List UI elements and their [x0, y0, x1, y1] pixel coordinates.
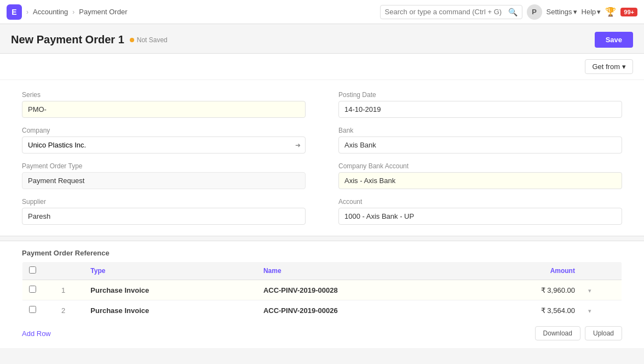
row-checkbox-1[interactable] — [29, 286, 36, 293]
company-bank-account-label: Company Bank Account — [338, 162, 622, 170]
row-dropdown-1[interactable]: ▾ — [582, 280, 622, 300]
form-section: Get from ▾ Series Posting Date Company ➜… — [0, 53, 644, 236]
supplier-label: Supplier — [22, 198, 306, 206]
notification-badge[interactable]: 99+ — [620, 8, 637, 16]
table-header: Type Name Amount — [22, 262, 622, 280]
table-header-amount: Amount — [468, 262, 582, 280]
bank-field: Bank — [338, 127, 622, 153]
breadcrumb-accounting[interactable]: Accounting — [33, 8, 68, 16]
page-title-row: New Payment Order 1 Not Saved — [11, 33, 168, 46]
company-label: Company — [22, 127, 306, 134]
posting-date-label: Posting Date — [338, 91, 622, 99]
table-body: 1 Purchase Invoice ACC-PINV-2019-00028 ₹… — [22, 280, 622, 321]
get-from-button[interactable]: Get from ▾ — [585, 59, 633, 74]
row-checkbox-2[interactable] — [29, 306, 36, 313]
series-label: Series — [22, 91, 306, 99]
trophy-icon: 🏆 — [605, 7, 616, 17]
payment-order-reference-table: Type Name Amount 1 Purchase Invoice ACC-… — [22, 261, 622, 321]
row-name-2: ACC-PINV-2019-00026 — [257, 300, 468, 321]
select-all-checkbox[interactable] — [29, 266, 36, 274]
breadcrumb-payment-order[interactable]: Payment Order — [79, 8, 127, 16]
table-row: 2 Purchase Invoice ACC-PINV-2019-00026 ₹… — [22, 300, 622, 321]
status-badge: Not Saved — [130, 36, 168, 44]
company-bank-account-input[interactable] — [338, 172, 622, 189]
series-field: Series — [22, 91, 306, 118]
row-num-1: 1 — [43, 280, 84, 300]
company-bank-account-field: Company Bank Account — [338, 162, 622, 189]
breadcrumb-chevron-2: › — [72, 8, 74, 16]
payment-order-type-label: Payment Order Type — [22, 162, 306, 170]
get-from-chevron-icon: ▾ — [622, 62, 626, 71]
table-header-num — [43, 262, 84, 280]
download-button[interactable]: Download — [535, 326, 580, 340]
posting-date-input[interactable] — [338, 101, 622, 118]
account-field: Account — [338, 198, 622, 225]
row-num-2: 2 — [43, 300, 84, 321]
row-checkbox-cell — [22, 280, 43, 300]
add-row-button[interactable]: Add Row — [22, 327, 51, 340]
table-header-type: Type — [84, 262, 257, 280]
table-section-title: Payment Order Reference — [0, 241, 644, 261]
table-header-checkbox — [22, 262, 43, 280]
row-dropdown-2[interactable]: ▾ — [582, 300, 622, 321]
account-input[interactable] — [338, 208, 622, 225]
settings-menu[interactable]: Settings ▾ — [547, 8, 577, 16]
company-field: Company ➜ — [22, 127, 306, 153]
upload-button[interactable]: Upload — [585, 326, 622, 340]
company-input[interactable] — [22, 137, 291, 153]
table-header-name: Name — [257, 262, 468, 280]
search-input[interactable] — [385, 8, 505, 16]
bank-label: Bank — [338, 127, 622, 134]
status-dot — [130, 38, 134, 42]
bank-input[interactable] — [338, 136, 622, 153]
page-title: New Payment Order 1 — [11, 33, 124, 46]
series-input[interactable] — [22, 101, 306, 118]
account-label: Account — [338, 198, 622, 206]
breadcrumb-chevron-1: › — [26, 8, 28, 16]
row-checkbox-cell — [22, 300, 43, 321]
page-header: New Payment Order 1 Not Saved Save — [0, 24, 644, 53]
search-bar[interactable]: 🔍 — [380, 5, 522, 19]
table-section: Payment Order Reference Type Name Amount… — [0, 241, 644, 348]
row-dropdown-icon-2: ▾ — [588, 308, 591, 314]
row-amount-1: ₹ 3,960.00 — [468, 280, 582, 300]
supplier-input[interactable] — [22, 208, 306, 225]
form-grid: Series Posting Date Company ➜ Bank Payme… — [0, 80, 644, 236]
row-type-1: Purchase Invoice — [84, 280, 257, 300]
help-menu[interactable]: Help ▾ — [582, 8, 601, 16]
payment-order-type-field: Payment Order Type Payment Request — [22, 162, 306, 189]
topnav: E › Accounting › Payment Order 🔍 P Setti… — [0, 0, 644, 24]
row-dropdown-icon-1: ▾ — [588, 287, 591, 294]
get-from-label: Get from — [592, 62, 620, 71]
payment-order-type-value: Payment Request — [22, 172, 306, 189]
table-header-actions — [582, 262, 622, 280]
avatar: P — [527, 4, 542, 20]
get-from-bar: Get from ▾ — [0, 54, 644, 80]
supplier-field: Supplier — [22, 198, 306, 225]
row-name-1: ACC-PINV-2019-00028 — [257, 280, 468, 300]
app-logo: E — [7, 4, 22, 20]
table-action-buttons: Download Upload — [535, 326, 622, 340]
table-actions: Add Row Download Upload — [0, 321, 644, 348]
search-icon: 🔍 — [508, 8, 518, 16]
posting-date-field: Posting Date — [338, 91, 622, 118]
company-input-wrapper: ➜ — [22, 136, 306, 153]
save-button[interactable]: Save — [595, 32, 633, 48]
row-type-2: Purchase Invoice — [84, 300, 257, 321]
status-text: Not Saved — [137, 36, 168, 44]
row-amount-2: ₹ 3,564.00 — [468, 300, 582, 321]
table-row: 1 Purchase Invoice ACC-PINV-2019-00028 ₹… — [22, 280, 622, 300]
company-arrow-icon[interactable]: ➜ — [291, 141, 305, 149]
